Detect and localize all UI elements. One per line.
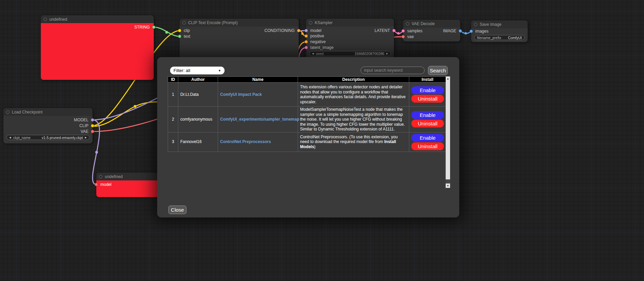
latent-image-input-port[interactable] <box>304 46 308 49</box>
node-graph-canvas[interactable]: undefined STRING CLIP Text Encode (Promp… <box>0 0 644 281</box>
node-title: undefined <box>49 17 67 22</box>
seed-widget[interactable]: ◀ seed 156680208700286 ▶ <box>309 51 391 56</box>
extension-link[interactable]: ComfyUI_experiments/sampler_tonemap <box>220 117 299 122</box>
enable-button[interactable]: Enable <box>411 111 444 119</box>
collapse-dot-icon[interactable] <box>99 175 102 178</box>
vae-input-port[interactable] <box>401 35 405 38</box>
header-author: Author <box>178 77 218 83</box>
scrollbar-thumb[interactable] <box>446 81 450 179</box>
author-cell: comfyanonymous <box>178 107 218 133</box>
node-save-image[interactable]: Save Image images filename_prefix ComfyU… <box>471 20 528 42</box>
header-install: Install <box>409 77 446 83</box>
collapse-dot-icon[interactable] <box>6 110 10 114</box>
model-input-port[interactable] <box>95 183 98 186</box>
images-input-port[interactable] <box>469 30 473 33</box>
node-load-checkpoint[interactable]: Load Checkpoint MODEL CLIP VAE ◀ ckpt_na… <box>3 108 93 143</box>
model-input: model <box>95 182 112 187</box>
wire-midpoint-dot <box>301 33 304 35</box>
positive-input-port[interactable] <box>304 34 308 38</box>
close-button[interactable]: Close <box>168 206 186 214</box>
filter-select[interactable]: Filter: all ▼ <box>170 67 225 74</box>
negative-input: negative <box>304 39 326 44</box>
extension-table-wrap: ID Author Name Description Install 1 Dr.… <box>168 76 450 188</box>
scroll-down-icon[interactable]: ▼ <box>446 183 450 188</box>
wire-midpoint-dot <box>95 151 98 154</box>
node-title-bar[interactable]: CLIP Text Encode (Prompt) <box>180 19 299 27</box>
latent-output: LATENT <box>375 28 396 33</box>
previous-arrow-icon[interactable]: ◀ <box>9 136 11 139</box>
enable-button[interactable]: Enable <box>411 86 444 94</box>
collapse-dot-icon[interactable] <box>182 21 186 24</box>
node-title-bar[interactable]: VAE Decode <box>403 20 460 28</box>
author-cell: Fannovel16 <box>178 132 218 152</box>
ckpt-name-widget[interactable]: ◀ ckpt_name v1-5-pruned-emaonly.ckpt ▶ <box>6 135 89 140</box>
id-cell: 2 <box>168 107 178 133</box>
decrement-arrow-icon[interactable]: ◀ <box>312 52 314 55</box>
latent-image-input: latent_image <box>304 45 334 50</box>
string-output-port[interactable] <box>152 25 155 29</box>
vae-output: VAE <box>81 129 94 134</box>
node-undefined-bottom[interactable]: undefined model <box>96 173 163 197</box>
clip-input: clip <box>178 28 190 33</box>
node-title-bar[interactable]: undefined <box>41 15 154 23</box>
wire-midpoint-dot <box>134 105 136 108</box>
comfyui-manager-dialog: Filter: all ▼ Search ID Author Name Desc… <box>157 57 459 217</box>
model-output: MODEL <box>74 118 94 122</box>
enable-button[interactable]: Enable <box>411 134 444 142</box>
header-name: Name <box>218 77 298 83</box>
chevron-down-icon: ▼ <box>218 69 221 72</box>
model-input: model <box>304 28 321 33</box>
collapse-dot-icon[interactable] <box>406 22 409 25</box>
description-cell: This extension offers various detector n… <box>298 83 409 107</box>
increment-arrow-icon[interactable]: ▶ <box>386 52 388 55</box>
search-input[interactable] <box>361 67 425 74</box>
string-output: STRING <box>134 25 155 30</box>
extension-link[interactable]: ComfyUI Impact Pack <box>220 92 262 97</box>
node-title-bar[interactable]: Load Checkpoint <box>3 108 93 116</box>
samples-input-port[interactable] <box>401 29 405 33</box>
node-title: KSampler <box>315 20 333 25</box>
model-output-port[interactable] <box>91 118 94 122</box>
image-output-port[interactable] <box>459 29 462 33</box>
wire-midpoint-dot <box>165 31 168 34</box>
negative-input-port[interactable] <box>304 40 308 43</box>
scroll-up-icon[interactable]: ▲ <box>446 76 450 81</box>
node-vae-decode[interactable]: VAE Decode samples vae IMAGE <box>403 20 460 41</box>
filter-select-value: Filter: all <box>174 68 190 73</box>
wire-midpoint-dot <box>397 32 400 35</box>
model-input-port[interactable] <box>304 29 308 32</box>
search-button[interactable]: Search <box>428 66 448 75</box>
author-cell: Dr.Lt.Data <box>178 83 218 107</box>
text-input-port[interactable] <box>178 35 181 38</box>
description-cell: ModelSamplerTonemapNoiseTest a node that… <box>298 107 409 133</box>
table-scrollbar[interactable]: ▲ ▼ <box>446 76 450 188</box>
node-title-bar[interactable]: Save Image <box>471 20 528 28</box>
latent-output-port[interactable] <box>392 29 396 32</box>
id-cell: 1 <box>168 83 178 107</box>
uninstall-button[interactable]: Uninstall <box>411 95 444 103</box>
node-undefined-top[interactable]: undefined STRING <box>41 15 154 80</box>
clip-input-port[interactable] <box>178 29 181 32</box>
collapse-dot-icon[interactable] <box>309 21 312 24</box>
collapse-dot-icon[interactable] <box>44 18 47 21</box>
conditioning-output-port[interactable] <box>297 29 300 32</box>
node-title: undefined <box>105 174 123 179</box>
next-arrow-icon[interactable]: ▶ <box>85 136 87 139</box>
node-title-bar[interactable]: KSampler <box>306 19 394 27</box>
collapse-dot-icon[interactable] <box>474 23 477 26</box>
node-title: Load Checkpoint <box>12 110 43 115</box>
vae-output-port[interactable] <box>91 130 94 133</box>
filename-prefix-widget[interactable]: filename_prefix ComfyUI <box>474 35 525 40</box>
description-cell: ControlNet Preprocessors. (To use this e… <box>298 132 409 152</box>
positive-input: positive <box>304 34 324 38</box>
extension-link[interactable]: ControlNet Preprocessors <box>220 139 271 144</box>
node-title: Save Image <box>480 22 501 27</box>
table-header-row: ID Author Name Description Install <box>168 77 446 83</box>
table-row: 2 comfyanonymous ComfyUI_experiments/sam… <box>168 107 446 133</box>
image-output: IMAGE <box>443 29 462 33</box>
uninstall-button[interactable]: Uninstall <box>411 120 444 127</box>
clip-output-port[interactable] <box>91 124 94 127</box>
table-row: 3 Fannovel16 ControlNet Preprocessors Co… <box>168 132 446 152</box>
node-title-bar[interactable]: undefined <box>96 173 163 180</box>
uninstall-button[interactable]: Uninstall <box>411 142 444 150</box>
